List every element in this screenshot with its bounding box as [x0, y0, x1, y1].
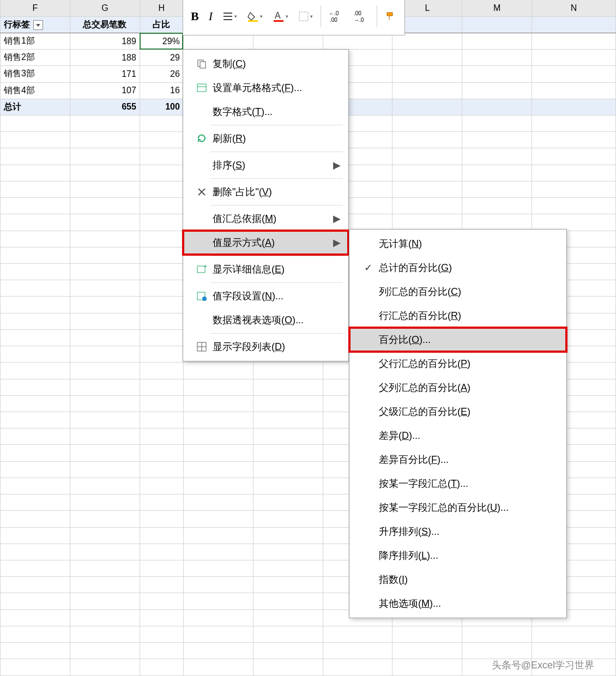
increase-decimal-icon: ←.0.00	[329, 10, 344, 23]
submenu-col[interactable]: 列汇总的百分比(C)	[349, 280, 566, 304]
context-menu: 复制(C)设置单元格格式(F)...数字格式(T)...刷新(R)排序(S)▶删…	[183, 49, 349, 361]
svg-rect-9	[200, 62, 206, 68]
selected-cell[interactable]: 29%	[140, 33, 183, 49]
menu-copy[interactable]: 复制(C)	[183, 52, 348, 76]
mini-toolbar: B I ▾ ▾ A▾ ▾ ←.0.00 .00→.0	[183, 0, 405, 35]
submenu-diffp[interactable]: 差异百分比(F)...	[349, 448, 566, 472]
field-icon	[191, 291, 213, 301]
submenu-show-values-as: 无计算(N)✓总计的百分比(G)列汇总的百分比(C)行汇总的百分比(R)百分比(…	[349, 229, 567, 618]
details-icon: +	[191, 264, 213, 275]
menu-remove[interactable]: 删除"占比"(V)	[183, 180, 348, 204]
menu-fieldlist[interactable]: 显示字段列表(D)	[183, 335, 348, 359]
pivot-col-pct: 占比	[140, 16, 183, 33]
border-icon	[298, 11, 309, 22]
pivot-row-label: 行标签	[4, 20, 30, 29]
separator	[321, 5, 321, 27]
refresh-icon	[191, 133, 213, 144]
align-icon	[222, 11, 233, 21]
submenu-runningp[interactable]: 按某一字段汇总的百分比(U)...	[349, 496, 566, 520]
menu-showas[interactable]: 值显示方式(A)▶	[183, 231, 348, 255]
svg-rect-3	[299, 12, 308, 21]
svg-text:←.0: ←.0	[329, 10, 339, 16]
italic-button[interactable]: I	[207, 7, 215, 26]
submenu-other[interactable]: 其他选项(M)...	[349, 592, 566, 615]
menu-details[interactable]: +显示详细信息(E)	[183, 257, 348, 281]
submenu-arrow-icon: ▶	[333, 159, 341, 171]
submenu-index[interactable]: 指数(I)	[349, 568, 566, 592]
submenu-plvl[interactable]: 父级汇总的百分比(E)	[349, 400, 566, 424]
submenu-pct[interactable]: 百分比(O)...	[349, 328, 566, 352]
filter-dropdown-icon[interactable]	[33, 20, 43, 30]
submenu-arrow-icon: ▶	[333, 237, 341, 249]
separator	[377, 5, 377, 27]
submenu-rankasc[interactable]: 升序排列(S)...	[349, 520, 566, 544]
fill-color-button[interactable]: ▾	[245, 8, 265, 25]
submenu-arrow-icon: ▶	[333, 213, 341, 225]
menu-options[interactable]: 数据透视表选项(O)...	[183, 308, 348, 332]
pivot-col-count: 总交易笔数	[70, 16, 140, 33]
brush-icon	[385, 10, 397, 22]
fmt-icon	[191, 82, 213, 93]
col-H[interactable]: H	[140, 0, 183, 16]
submenu-pcol[interactable]: 父列汇总的百分比(A)	[349, 376, 566, 400]
decrease-decimal-icon: .00→.0	[354, 10, 369, 23]
submenu-prow[interactable]: 父行汇总的百分比(P)	[349, 352, 566, 376]
decrease-decimal-button[interactable]: .00→.0	[352, 8, 371, 25]
svg-text:A: A	[275, 11, 281, 20]
col-F[interactable]: F	[1, 0, 70, 16]
font-color-icon: A	[273, 10, 285, 22]
x-icon	[191, 186, 213, 197]
svg-text:.00: .00	[330, 17, 337, 23]
menu-number-format[interactable]: 数字格式(T)...	[183, 100, 348, 124]
font-color-button[interactable]: A▾	[270, 8, 291, 25]
submenu-none[interactable]: 无计算(N)	[349, 232, 566, 256]
submenu-running[interactable]: 按某一字段汇总(T)...	[349, 472, 566, 496]
menu-format-cells[interactable]: 设置单元格格式(F)...	[183, 76, 348, 100]
watermark: 头条号@Excel学习世界	[492, 659, 594, 672]
col-M[interactable]: M	[462, 0, 532, 16]
submenu-row[interactable]: 行汇总的百分比(R)	[349, 304, 566, 328]
menu-refresh[interactable]: 刷新(R)	[183, 126, 348, 150]
menu-field[interactable]: 值字段设置(N)...	[183, 284, 348, 308]
bucket-icon	[247, 10, 259, 22]
svg-text:.00: .00	[354, 10, 361, 16]
menu-summarize[interactable]: 值汇总依据(M)▶	[183, 207, 348, 231]
bold-button[interactable]: B	[189, 7, 201, 26]
check-icon: ✓	[357, 262, 379, 274]
col-N[interactable]: N	[532, 0, 616, 16]
svg-rect-0	[248, 20, 258, 22]
svg-text:→.0: →.0	[354, 17, 364, 23]
align-button[interactable]: ▾	[220, 9, 239, 23]
increase-decimal-button[interactable]: ←.0.00	[327, 8, 346, 25]
svg-point-15	[202, 297, 207, 301]
svg-text:+: +	[204, 264, 207, 269]
svg-rect-10	[197, 84, 206, 92]
menu-sort[interactable]: 排序(S)▶	[183, 153, 348, 177]
submenu-grand[interactable]: ✓总计的百分比(G)	[349, 256, 566, 280]
submenu-diff[interactable]: 差异(D)...	[349, 424, 566, 448]
copy-icon	[191, 58, 213, 69]
format-painter-button[interactable]	[383, 8, 399, 25]
submenu-rankdesc[interactable]: 降序排列(L)...	[349, 544, 566, 568]
list-icon	[191, 341, 213, 352]
border-button[interactable]: ▾	[296, 9, 315, 24]
svg-rect-2	[274, 20, 283, 22]
col-G[interactable]: G	[70, 0, 140, 16]
